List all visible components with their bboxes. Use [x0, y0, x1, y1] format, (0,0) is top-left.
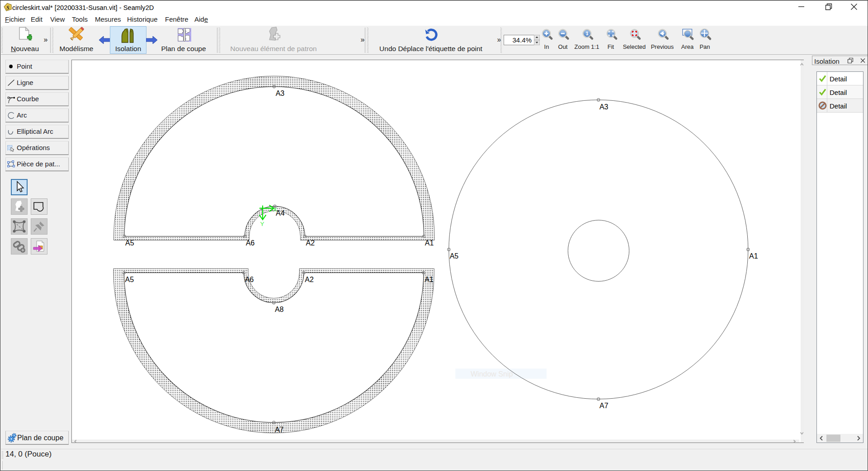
svg-text:A4: A4	[276, 209, 285, 217]
svg-text:Window Snip: Window Snip	[471, 370, 513, 378]
svg-text:A6: A6	[246, 239, 255, 247]
svg-text:A1: A1	[749, 252, 758, 260]
svg-text:A6: A6	[245, 276, 254, 283]
svg-text:A2: A2	[306, 239, 315, 247]
svg-text:A3: A3	[599, 103, 609, 111]
svg-text:A5: A5	[450, 252, 459, 260]
svg-text:A1: A1	[425, 239, 434, 247]
svg-text:A2: A2	[305, 276, 314, 283]
svg-text:A7: A7	[275, 426, 284, 433]
svg-text:A7: A7	[599, 402, 609, 410]
svg-text:Y: Y	[260, 221, 264, 227]
svg-text:A5: A5	[125, 276, 134, 283]
svg-text:A1: A1	[425, 276, 434, 283]
svg-text:A8: A8	[275, 306, 284, 313]
svg-text:A5: A5	[125, 239, 134, 247]
svg-text:A3: A3	[276, 89, 285, 97]
